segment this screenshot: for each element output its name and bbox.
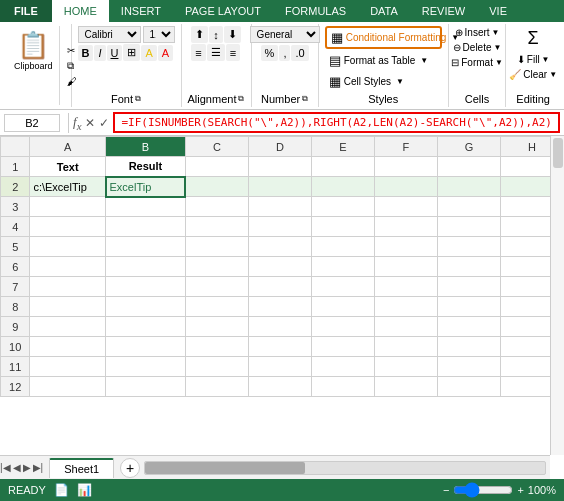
cell-e1[interactable] (311, 157, 374, 177)
cell-c5[interactable] (185, 237, 248, 257)
font-color-button[interactable]: A (158, 45, 173, 61)
cell-e7[interactable] (311, 277, 374, 297)
cell-a1[interactable]: Text (30, 157, 106, 177)
cell-f9[interactable] (374, 317, 437, 337)
zoom-out-button[interactable]: − (443, 484, 449, 496)
cell-f12[interactable] (374, 377, 437, 397)
clear-button[interactable]: 🧹 Clear ▼ (506, 68, 560, 81)
cell-c7[interactable] (185, 277, 248, 297)
cell-a12[interactable] (30, 377, 106, 397)
cell-b7[interactable] (106, 277, 186, 297)
cell-c6[interactable] (185, 257, 248, 277)
cell-styles-button[interactable]: ▦ Cell Styles ▼ (325, 72, 442, 91)
cell-g1[interactable] (437, 157, 500, 177)
status-icon-chart[interactable]: 📊 (77, 483, 92, 497)
confirm-formula-button[interactable]: ✓ (99, 116, 109, 130)
cell-a7[interactable] (30, 277, 106, 297)
cell-f7[interactable] (374, 277, 437, 297)
cell-d3[interactable] (248, 197, 311, 217)
cell-d7[interactable] (248, 277, 311, 297)
percent-button[interactable]: % (261, 45, 279, 61)
fill-color-button[interactable]: A (141, 45, 156, 61)
cell-d1[interactable] (248, 157, 311, 177)
cell-e12[interactable] (311, 377, 374, 397)
cell-f4[interactable] (374, 217, 437, 237)
cell-e4[interactable] (311, 217, 374, 237)
cell-e5[interactable] (311, 237, 374, 257)
cell-g3[interactable] (437, 197, 500, 217)
increase-decimal-button[interactable]: .0 (291, 45, 308, 61)
sheet-nav-prev[interactable]: ◀ (13, 462, 21, 473)
cell-g9[interactable] (437, 317, 500, 337)
border-button[interactable]: ⊞ (123, 44, 140, 61)
cell-a11[interactable] (30, 357, 106, 377)
zoom-in-button[interactable]: + (517, 484, 523, 496)
cell-b8[interactable] (106, 297, 186, 317)
sheet-nav-first[interactable]: |◀ (0, 462, 11, 473)
cell-d4[interactable] (248, 217, 311, 237)
cell-a8[interactable] (30, 297, 106, 317)
cell-e6[interactable] (311, 257, 374, 277)
cell-f3[interactable] (374, 197, 437, 217)
horizontal-scrollbar[interactable] (144, 461, 546, 475)
cell-d8[interactable] (248, 297, 311, 317)
tab-home[interactable]: HOME (52, 0, 109, 22)
cell-b11[interactable] (106, 357, 186, 377)
cell-c12[interactable] (185, 377, 248, 397)
cell-a10[interactable] (30, 337, 106, 357)
format-as-table-button[interactable]: ▤ Format as Table ▼ (325, 51, 442, 70)
align-left-button[interactable]: ≡ (191, 44, 205, 61)
cell-a5[interactable] (30, 237, 106, 257)
conditional-formatting-button[interactable]: ▦ Conditional Formatting ▼ (325, 26, 442, 49)
fill-button[interactable]: ⬇ Fill ▼ (514, 53, 553, 66)
tab-file[interactable]: FILE (0, 0, 52, 22)
cell-g4[interactable] (437, 217, 500, 237)
sheet-nav-next[interactable]: ▶ (23, 462, 31, 473)
tab-page-layout[interactable]: PAGE LAYOUT (173, 0, 273, 22)
align-center-button[interactable]: ☰ (207, 44, 225, 61)
cell-g6[interactable] (437, 257, 500, 277)
underline-button[interactable]: U (107, 45, 123, 61)
delete-cells-button[interactable]: ⊖ Delete ▼ (450, 41, 505, 54)
cell-g2[interactable] (437, 177, 500, 197)
alignment-group-arrow[interactable]: ⧉ (238, 94, 244, 104)
cell-f8[interactable] (374, 297, 437, 317)
cell-reference-box[interactable] (4, 114, 60, 132)
tab-insert[interactable]: INSERT (109, 0, 173, 22)
cell-b4[interactable] (106, 217, 186, 237)
cell-g5[interactable] (437, 237, 500, 257)
font-name-select[interactable]: Calibri (78, 26, 141, 43)
cell-e9[interactable] (311, 317, 374, 337)
cell-c4[interactable] (185, 217, 248, 237)
bold-button[interactable]: B (78, 45, 94, 61)
col-header-g[interactable]: G (437, 137, 500, 157)
font-group-arrow[interactable]: ⧉ (135, 94, 141, 104)
cell-c1[interactable] (185, 157, 248, 177)
cell-b3[interactable] (106, 197, 186, 217)
cell-a3[interactable] (30, 197, 106, 217)
cell-c9[interactable] (185, 317, 248, 337)
cell-f11[interactable] (374, 357, 437, 377)
sheet-nav-last[interactable]: ▶| (33, 462, 44, 473)
cell-c8[interactable] (185, 297, 248, 317)
col-header-d[interactable]: D (248, 137, 311, 157)
font-size-select[interactable]: 11 (143, 26, 175, 43)
cell-g8[interactable] (437, 297, 500, 317)
align-top-button[interactable]: ⬆ (191, 26, 208, 43)
zoom-slider[interactable] (453, 482, 513, 498)
function-button[interactable]: fx (73, 114, 81, 132)
number-group-arrow[interactable]: ⧉ (302, 94, 308, 104)
cell-f6[interactable] (374, 257, 437, 277)
cell-c2[interactable] (185, 177, 248, 197)
cell-g11[interactable] (437, 357, 500, 377)
align-bottom-button[interactable]: ⬇ (224, 26, 241, 43)
cell-e3[interactable] (311, 197, 374, 217)
col-header-a[interactable]: A (30, 137, 106, 157)
col-header-e[interactable]: E (311, 137, 374, 157)
cell-e2[interactable] (311, 177, 374, 197)
sheet-scroll-area[interactable]: A B C D E F G H 1 Text Result (0, 136, 564, 431)
cell-f2[interactable] (374, 177, 437, 197)
vertical-scrollbar[interactable] (550, 136, 564, 455)
cell-d12[interactable] (248, 377, 311, 397)
tab-review[interactable]: REVIEW (410, 0, 477, 22)
